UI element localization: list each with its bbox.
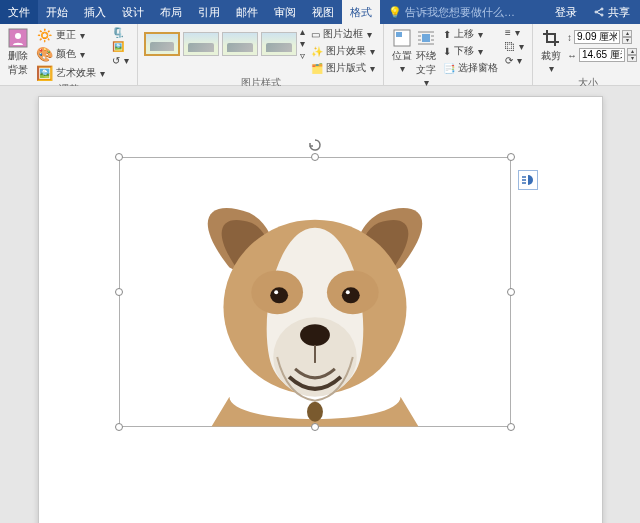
artistic-label: 艺术效果 bbox=[56, 66, 96, 80]
chevron-down-icon: ▾ bbox=[367, 29, 372, 40]
tab-mailings[interactable]: 邮件 bbox=[228, 0, 266, 24]
picture-style-1[interactable] bbox=[144, 32, 180, 56]
resize-handle-b[interactable] bbox=[311, 423, 319, 431]
wrap-icon bbox=[416, 28, 436, 48]
remove-bg-icon bbox=[8, 28, 28, 48]
chevron-down-icon: ▾ bbox=[478, 29, 483, 40]
wrap-label: 环绕文字 bbox=[416, 49, 436, 77]
resize-handle-tl[interactable] bbox=[115, 153, 123, 161]
tell-me[interactable]: 💡 告诉我您想要做什么… bbox=[380, 0, 523, 24]
compress-icon: 🗜️ bbox=[112, 27, 124, 38]
picture-style-3[interactable] bbox=[222, 32, 258, 56]
send-backward-icon: ⬇ bbox=[443, 46, 451, 57]
tab-view[interactable]: 视图 bbox=[304, 0, 342, 24]
align-icon: ≡ bbox=[505, 27, 511, 38]
document-area[interactable] bbox=[0, 86, 640, 523]
share-label: 共享 bbox=[608, 0, 630, 24]
height-input[interactable] bbox=[574, 30, 620, 44]
picture-effects-button[interactable]: ✨ 图片效果 ▾ bbox=[309, 43, 377, 59]
resize-handle-l[interactable] bbox=[115, 288, 123, 296]
height-down[interactable]: ▾ bbox=[622, 37, 632, 44]
resize-handle-tr[interactable] bbox=[507, 153, 515, 161]
tab-layout[interactable]: 布局 bbox=[152, 0, 190, 24]
svg-point-2 bbox=[601, 14, 603, 16]
tab-file[interactable]: 文件 bbox=[0, 0, 38, 24]
rotate-icon: ⟳ bbox=[505, 55, 513, 66]
resize-handle-t[interactable] bbox=[311, 153, 319, 161]
bring-forward-label: 上移 bbox=[454, 27, 474, 41]
chevron-down-icon: ▾ bbox=[517, 55, 522, 66]
bring-forward-button[interactable]: ⬆上移▾ bbox=[441, 26, 500, 42]
position-button[interactable]: 位置 ▾ bbox=[390, 26, 414, 76]
login-button[interactable]: 登录 bbox=[547, 0, 585, 24]
tab-references[interactable]: 引用 bbox=[190, 0, 228, 24]
change-picture-button[interactable]: 🖼️ bbox=[110, 40, 131, 53]
send-backward-label: 下移 bbox=[454, 44, 474, 58]
more-icon: ▿ bbox=[300, 50, 305, 61]
effects-label: 图片效果 bbox=[326, 44, 366, 58]
height-icon: ↕ bbox=[567, 32, 572, 43]
layout-label: 图片版式 bbox=[326, 61, 366, 75]
layout-options-icon bbox=[521, 173, 535, 187]
tab-design[interactable]: 设计 bbox=[114, 0, 152, 24]
tab-home[interactable]: 开始 bbox=[38, 0, 76, 24]
corrections-button[interactable]: 🔅 更正 ▾ bbox=[34, 26, 107, 44]
crop-icon bbox=[541, 28, 561, 48]
width-field: ↔ ▴▾ bbox=[567, 48, 637, 62]
color-button[interactable]: 🎨 颜色 ▾ bbox=[34, 45, 107, 63]
svg-point-14 bbox=[345, 290, 349, 294]
width-down[interactable]: ▾ bbox=[627, 55, 637, 62]
send-backward-button[interactable]: ⬇下移▾ bbox=[441, 43, 500, 59]
width-up[interactable]: ▴ bbox=[627, 48, 637, 55]
chevron-down-icon: ▾ bbox=[300, 38, 305, 49]
width-input[interactable] bbox=[579, 48, 625, 62]
selection-pane-button[interactable]: 📑选择窗格 bbox=[441, 60, 500, 76]
styles-more[interactable]: ▿ bbox=[300, 50, 305, 61]
height-up[interactable]: ▴ bbox=[622, 30, 632, 37]
bring-forward-icon: ⬆ bbox=[443, 29, 451, 40]
group-size: 裁剪 ▾ ↕ ▴▾ ↔ ▴▾ 大小 bbox=[533, 24, 640, 85]
share-icon bbox=[593, 6, 605, 18]
svg-rect-7 bbox=[422, 34, 430, 42]
remove-background-button[interactable]: 删除背景 bbox=[6, 26, 30, 79]
share-button[interactable]: 共享 bbox=[585, 0, 640, 24]
crop-button[interactable]: 裁剪 ▾ bbox=[539, 26, 563, 76]
remove-bg-label: 删除背景 bbox=[8, 49, 28, 77]
selected-image[interactable] bbox=[119, 157, 511, 427]
resize-handle-br[interactable] bbox=[507, 423, 515, 431]
tab-format[interactable]: 格式 bbox=[342, 0, 380, 24]
artistic-effects-button[interactable]: 🖼️ 艺术效果 ▾ bbox=[34, 64, 107, 82]
align-button[interactable]: ≡▾ bbox=[503, 26, 526, 39]
svg-point-1 bbox=[601, 8, 603, 10]
layout-options-button[interactable] bbox=[518, 170, 538, 190]
styles-scroll-up[interactable]: ▴ bbox=[300, 26, 305, 37]
resize-handle-bl[interactable] bbox=[115, 423, 123, 431]
wrap-text-button[interactable]: 环绕文字 ▾ bbox=[414, 26, 438, 90]
svg-point-13 bbox=[274, 290, 278, 294]
tell-me-label: 告诉我您想要做什么… bbox=[405, 0, 515, 24]
tab-review[interactable]: 审阅 bbox=[266, 0, 304, 24]
resize-handle-r[interactable] bbox=[507, 288, 515, 296]
reset-picture-button[interactable]: ↺▾ bbox=[110, 54, 131, 67]
picture-style-2[interactable] bbox=[183, 32, 219, 56]
rotate-handle[interactable] bbox=[308, 138, 322, 152]
selection-pane-icon: 📑 bbox=[443, 63, 455, 74]
picture-style-4[interactable] bbox=[261, 32, 297, 56]
position-icon bbox=[392, 28, 412, 48]
tab-bar: 文件 开始 插入 设计 布局 引用 邮件 审阅 视图 格式 💡 告诉我您想要做什… bbox=[0, 0, 640, 24]
compress-button[interactable]: 🗜️ bbox=[110, 26, 131, 39]
reset-icon: ↺ bbox=[112, 55, 120, 66]
width-icon: ↔ bbox=[567, 50, 577, 61]
selection-pane-label: 选择窗格 bbox=[458, 61, 498, 75]
picture-layout-button[interactable]: 🗂️ 图片版式 ▾ bbox=[309, 60, 377, 76]
group-button[interactable]: ⿻▾ bbox=[503, 40, 526, 53]
rotate-button[interactable]: ⟳▾ bbox=[503, 54, 526, 67]
artistic-icon: 🖼️ bbox=[36, 65, 53, 81]
styles-scroll-down[interactable]: ▾ bbox=[300, 38, 305, 49]
picture-border-button[interactable]: ▭ 图片边框 ▾ bbox=[309, 26, 377, 42]
dog-image bbox=[120, 158, 510, 427]
svg-point-4 bbox=[15, 33, 21, 39]
svg-point-17 bbox=[307, 402, 323, 422]
chevron-down-icon: ▾ bbox=[80, 49, 85, 60]
tab-insert[interactable]: 插入 bbox=[76, 0, 114, 24]
